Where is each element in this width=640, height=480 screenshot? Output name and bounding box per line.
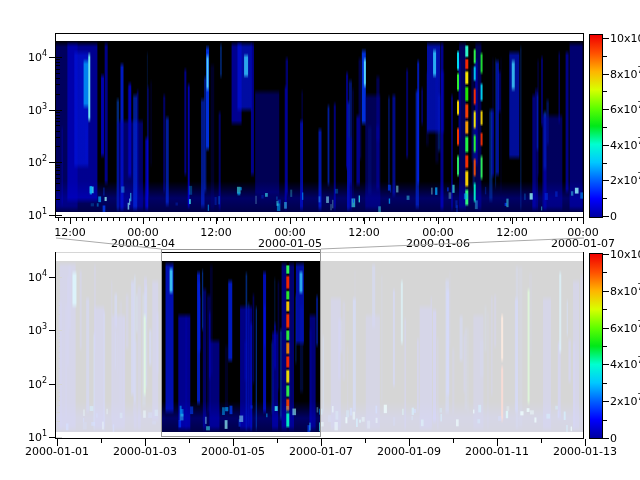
detail-colorbar-label: 10x107 bbox=[610, 33, 640, 44]
detail-y-minor-tick bbox=[56, 84, 60, 85]
detail-x-minor-tick bbox=[88, 218, 89, 221]
detail-x-tick-label: 00:002000-01-05 bbox=[258, 227, 322, 249]
detail-x-minor-tick bbox=[168, 218, 169, 221]
detail-x-minor-tick bbox=[540, 218, 541, 221]
context-x-tick-label: 2000-01-11 bbox=[465, 446, 529, 457]
detail-x-minor-tick bbox=[327, 218, 328, 221]
detail-y-minor-tick bbox=[56, 170, 60, 171]
detail-y-minor-tick bbox=[56, 59, 60, 60]
detail-colorbar-tick bbox=[603, 91, 607, 92]
context-colorbar-label: 2x107 bbox=[610, 396, 640, 407]
context-colorbar-label: 0 bbox=[610, 433, 617, 444]
detail-x-minor-tick bbox=[430, 218, 431, 221]
detail-colorbar-label: 2x107 bbox=[610, 175, 640, 186]
context-x-minor-tick bbox=[453, 439, 454, 443]
detail-x-minor-tick bbox=[357, 218, 358, 221]
detail-y-tick-label: 103 bbox=[20, 104, 47, 115]
detail-x-minor-tick bbox=[449, 218, 450, 221]
detail-x-minor-tick bbox=[101, 218, 102, 221]
detail-x-minor-tick bbox=[491, 218, 492, 221]
detail-x-minor-tick bbox=[180, 218, 181, 221]
detail-x-minor-tick bbox=[406, 218, 407, 221]
detail-y-major-tick bbox=[49, 162, 62, 163]
detail-x-minor-tick bbox=[156, 218, 157, 221]
context-x-minor-tick bbox=[365, 439, 366, 443]
detail-y-tick-label: 101 bbox=[20, 210, 47, 221]
detail-x-minor-tick bbox=[443, 218, 444, 221]
detail-x-minor-tick bbox=[577, 218, 578, 221]
detail-x-minor-tick bbox=[64, 218, 65, 221]
spectrogram-viewer: 12:0000:002000-01-0412:0000:002000-01-05… bbox=[0, 0, 640, 480]
detail-y-minor-tick bbox=[56, 94, 60, 95]
detail-x-minor-tick bbox=[412, 218, 413, 221]
detail-y-minor-tick bbox=[56, 118, 60, 119]
context-y-tick-label: 101 bbox=[20, 432, 47, 443]
time-range-selection-rect[interactable] bbox=[161, 249, 321, 437]
context-y-tick-label: 104 bbox=[20, 272, 47, 283]
detail-x-minor-tick bbox=[418, 218, 419, 221]
detail-x-minor-tick bbox=[204, 218, 205, 221]
context-colorbar-tick bbox=[603, 328, 609, 329]
detail-x-minor-tick bbox=[516, 218, 517, 221]
context-y-tick-label: 103 bbox=[20, 325, 47, 336]
detail-x-tick-label: 12:00 bbox=[348, 227, 380, 238]
detail-colorbar-tick bbox=[603, 180, 609, 181]
detail-y-minor-tick bbox=[56, 65, 60, 66]
detail-x-minor-tick bbox=[174, 218, 175, 221]
detail-y-tick-label: 102 bbox=[20, 157, 47, 168]
detail-y-minor-tick bbox=[56, 146, 60, 147]
detail-x-minor-tick bbox=[534, 218, 535, 221]
detail-x-tick-label: 12:00 bbox=[200, 227, 232, 238]
detail-x-minor-tick bbox=[461, 218, 462, 221]
detail-colorbar-tick bbox=[603, 38, 609, 39]
detail-x-minor-tick bbox=[149, 218, 150, 221]
detail-x-minor-tick bbox=[296, 218, 297, 221]
detail-x-minor-tick bbox=[131, 218, 132, 221]
detail-y-major-tick bbox=[49, 57, 62, 58]
detail-x-minor-tick bbox=[320, 218, 321, 221]
detail-colorbar-tick bbox=[603, 163, 607, 164]
detail-x-minor-tick bbox=[192, 218, 193, 221]
detail-y-minor-tick bbox=[56, 183, 60, 184]
context-colorbar-tick bbox=[603, 291, 609, 292]
detail-x-minor-tick bbox=[436, 218, 437, 221]
detail-x-tick-label: 00:002000-01-07 bbox=[551, 227, 615, 249]
detail-y-minor-tick bbox=[56, 112, 60, 113]
detail-x-minor-tick bbox=[479, 218, 480, 221]
detail-colorbar-tick bbox=[603, 145, 609, 146]
detail-x-minor-tick bbox=[162, 218, 163, 221]
detail-x-major-tick bbox=[583, 218, 584, 224]
detail-x-minor-tick bbox=[198, 218, 199, 221]
detail-y-minor-tick bbox=[56, 41, 60, 42]
detail-x-minor-tick bbox=[467, 218, 468, 221]
detail-colorbar-tick bbox=[603, 56, 607, 57]
context-colorbar-label: 10x107 bbox=[610, 249, 640, 260]
detail-x-minor-tick bbox=[94, 218, 95, 221]
detail-x-minor-tick bbox=[522, 218, 523, 221]
context-colorbar-label: 8x107 bbox=[610, 285, 640, 296]
detail-x-minor-tick bbox=[559, 218, 560, 221]
detail-y-minor-tick bbox=[56, 78, 60, 79]
detail-x-minor-tick bbox=[107, 218, 108, 221]
context-colorbar-tick bbox=[603, 309, 607, 310]
detail-x-minor-tick bbox=[125, 218, 126, 221]
detail-x-minor-tick bbox=[375, 218, 376, 221]
detail-x-minor-tick bbox=[388, 218, 389, 221]
detail-x-major-tick bbox=[438, 218, 439, 224]
detail-y-minor-tick bbox=[56, 199, 60, 200]
detail-x-minor-tick bbox=[143, 218, 144, 221]
context-x-tick-label: 2000-01-05 bbox=[201, 446, 265, 457]
detail-y-minor-tick bbox=[56, 62, 60, 63]
detail-x-minor-tick bbox=[259, 218, 260, 221]
detail-panel-box[interactable] bbox=[55, 33, 584, 218]
detail-x-minor-tick bbox=[455, 218, 456, 221]
detail-x-minor-tick bbox=[528, 218, 529, 221]
detail-y-minor-tick bbox=[56, 131, 60, 132]
detail-colorbar-tick bbox=[603, 127, 607, 128]
detail-x-minor-tick bbox=[565, 218, 566, 221]
detail-x-minor-tick bbox=[253, 218, 254, 221]
detail-x-minor-tick bbox=[265, 218, 266, 221]
detail-x-minor-tick bbox=[473, 218, 474, 221]
detail-x-minor-tick bbox=[510, 218, 511, 221]
context-unselected-wash-left bbox=[56, 252, 161, 438]
